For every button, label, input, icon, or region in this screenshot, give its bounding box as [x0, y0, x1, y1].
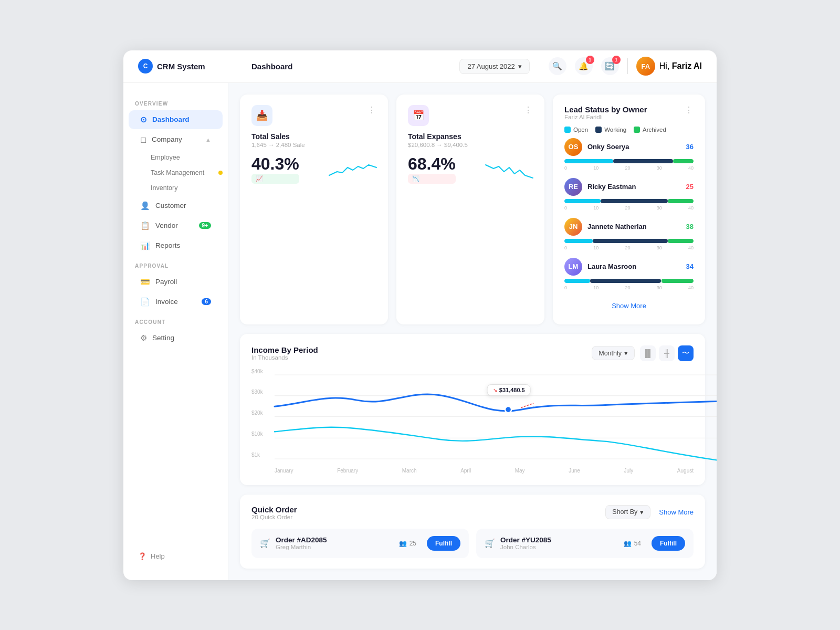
bar-archived: [673, 159, 694, 163]
order-qty-area: 👥 25: [399, 540, 416, 547]
stat-menu-button[interactable]: ⋮: [524, 105, 533, 115]
stat-trend-badge: 📈: [251, 174, 299, 184]
tooltip-value: $31,480.5: [499, 387, 525, 393]
person-score: 25: [686, 183, 694, 191]
inventory-label: Inventory: [151, 184, 177, 192]
sidebar-item-dashboard[interactable]: ⊙ Dashboard: [129, 110, 223, 129]
bar-archived: [662, 279, 694, 283]
bar-axis: 010203040: [564, 285, 694, 290]
sidebar-item-label: Setting: [152, 334, 174, 342]
stat-card-total-sales: 📥 ⋮ Total Sales 1,645 → 2,480 Sale 40.3%…: [240, 94, 388, 324]
header: C CRM System Dashboard 27 August 2022 ▾ …: [123, 50, 717, 83]
chart-header: Income By Period In Thousands Monthly ▾ …: [251, 345, 694, 361]
period-selector[interactable]: Monthly ▾: [592, 346, 635, 360]
chart-controls: Monthly ▾ ▐▌ ╫ 〜: [592, 345, 694, 361]
order-item-1: 🛒 Order #YU2085 John Charlos 👥 54 Fulfil…: [476, 529, 694, 558]
x-label: June: [569, 468, 580, 474]
header-actions: 🔍 🔔 1 🔄 1 FA Hi, Fariz Al: [549, 57, 702, 76]
stat-value-row: 68.4% 📉: [408, 154, 533, 184]
x-label: May: [515, 468, 525, 474]
y-label: $1k: [251, 452, 270, 458]
order-id: Order #AD2085: [276, 536, 394, 544]
sort-button[interactable]: Short By ▾: [605, 505, 650, 519]
approval-label: APPROVAL: [123, 256, 228, 272]
sidebar-item-reports[interactable]: 📊 Reports: [129, 236, 223, 255]
quick-order-card: Quick Order 20 Quick Order Short By ▾ Sh…: [240, 495, 705, 569]
lead-card-header: Lead Status by Owner Fariz Al Faridli ⋮: [564, 105, 694, 120]
sidebar-item-label: Vendor: [155, 222, 178, 229]
chart-title: Income By Period: [251, 345, 318, 354]
bar-open: [564, 199, 601, 203]
y-axis: $40k $30k $20k $10k $1k: [251, 369, 270, 458]
sidebar-item-invoice[interactable]: 📄 Invoice 6: [129, 292, 223, 311]
sidebar-item-task-management[interactable]: Task Management: [145, 165, 228, 180]
bar-axis: 010203040: [564, 245, 694, 250]
sidebar-item-vendor[interactable]: 📋 Vendor 9+: [129, 216, 223, 235]
person-bar: [564, 159, 694, 163]
sidebar-item-setting[interactable]: ⚙ Setting: [129, 329, 223, 348]
user-greeting: Hi,: [659, 61, 670, 70]
header-divider: [627, 58, 628, 74]
sidebar-item-inventory[interactable]: Inventory: [145, 181, 228, 195]
stat-card-header: 📥 ⋮: [251, 105, 376, 126]
bar-working: [601, 199, 668, 203]
stat-subtitle: $20,600.8 → $9,400.5: [408, 142, 533, 148]
person-score: 36: [686, 143, 694, 151]
order-qty: 25: [410, 540, 416, 547]
grouped-bar-button[interactable]: ╫: [659, 345, 675, 361]
line-chart-button[interactable]: 〜: [678, 345, 694, 361]
overview-label: OVERVIEW: [123, 93, 228, 110]
sidebar-item-employee[interactable]: Employee: [145, 150, 228, 165]
order-qty: 54: [634, 540, 641, 547]
stat-card-total-expanses: 📅 ⋮ Total Expanses $20,600.8 → $9,400.5 …: [396, 94, 544, 324]
lead-title: Lead Status by Owner: [564, 105, 647, 114]
fulfill-button-1[interactable]: Fulfill: [652, 536, 685, 551]
sidebar-item-company[interactable]: ◻ Company ▲: [129, 130, 223, 149]
chevron-down-icon: ▾: [624, 349, 628, 357]
notifications-button[interactable]: 🔔 1: [575, 57, 593, 75]
help-icon: ❓: [138, 552, 146, 560]
stat-icon-expanses: 📅: [408, 105, 429, 126]
sidebar: OVERVIEW ⊙ Dashboard ◻ Company ▲ Employe…: [123, 83, 228, 580]
bar-open: [564, 239, 593, 243]
y-label: $10k: [251, 431, 270, 437]
stat-title-area: Total Sales 1,645 → 2,480 Sale: [251, 132, 376, 148]
y-label: $30k: [251, 389, 270, 395]
sidebar-item-payroll[interactable]: 💳 Payroll: [129, 272, 223, 291]
chevron-down-icon: ▾: [518, 62, 522, 70]
quick-order-show-more[interactable]: Show More: [659, 508, 694, 516]
task-management-dot: [218, 171, 223, 175]
stat-title: Total Sales: [251, 132, 376, 141]
chart-subtitle: In Thousands: [251, 354, 318, 361]
person-score: 34: [686, 262, 694, 270]
sidebar-item-label: Payroll: [155, 278, 177, 286]
qo-controls: Short By ▾ Show More: [605, 505, 694, 519]
user-area[interactable]: FA Hi, Fariz Al: [636, 57, 702, 76]
stat-menu-button[interactable]: ⋮: [368, 105, 376, 115]
sidebar-item-customer[interactable]: 👤 Customer: [129, 196, 223, 215]
y-label: $40k: [251, 369, 270, 374]
lead-show-more-button[interactable]: Show More: [564, 298, 694, 314]
stat-subtitle: 1,645 → 2,480 Sale: [251, 142, 376, 148]
legend-dot-working: [595, 127, 602, 133]
date-picker[interactable]: 27 August 2022 ▾: [459, 59, 529, 74]
main-content: 📥 ⋮ Total Sales 1,645 → 2,480 Sale 40.3%…: [228, 83, 717, 580]
chevron-up-icon: ▲: [205, 136, 211, 143]
help-button[interactable]: ❓ Help: [134, 548, 217, 564]
expanses-mini-chart: [486, 157, 533, 181]
company-icon: ◻: [140, 135, 146, 144]
sidebar-item-label: Invoice: [155, 298, 178, 306]
bar-working: [613, 159, 673, 163]
stat-value-group: 40.3% 📈: [251, 154, 299, 184]
reports-icon: 📊: [140, 241, 150, 250]
order-id: Order #YU2085: [500, 536, 618, 544]
order-icon: 🛒: [485, 538, 495, 548]
bar-chart-button[interactable]: ▐▌: [640, 345, 656, 361]
fulfill-button-0[interactable]: Fulfill: [427, 536, 460, 551]
lead-menu-button[interactable]: ⋮: [685, 105, 694, 115]
refresh-button[interactable]: 🔄 1: [601, 57, 619, 75]
sidebar-item-label: Dashboard: [152, 116, 190, 123]
search-button[interactable]: 🔍: [549, 57, 566, 75]
sidebar-footer: ❓ Help: [123, 543, 228, 570]
company-submenu: Employee Task Management Inventory: [123, 150, 228, 196]
